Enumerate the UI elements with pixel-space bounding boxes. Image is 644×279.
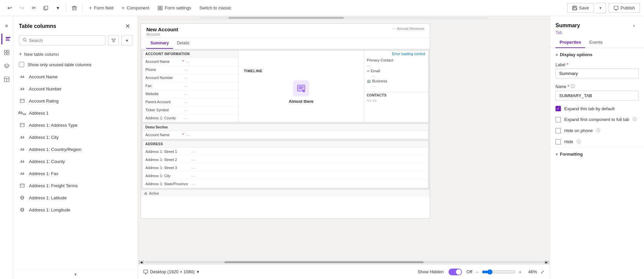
list-item[interactable]: Ab Address 1: Country/Region bbox=[15, 143, 136, 155]
nav-fields[interactable] bbox=[1, 34, 12, 44]
info-icon-2[interactable]: ⓘ bbox=[633, 117, 637, 122]
left-panel-close-button[interactable]: ✕ bbox=[123, 22, 132, 31]
hide-phone-checkbox[interactable] bbox=[556, 128, 561, 133]
filter-button[interactable] bbox=[108, 35, 119, 46]
list-item[interactable]: Ab Account Name bbox=[15, 71, 136, 83]
email-row: ✉ Email bbox=[367, 69, 425, 73]
right-panel-expand-button[interactable]: › bbox=[629, 21, 639, 30]
scroll-left-button[interactable]: ◀ bbox=[139, 261, 144, 264]
col-type-icon: Ab bbox=[19, 170, 26, 177]
nav-layers[interactable] bbox=[1, 61, 12, 71]
list-item[interactable]: Account Rating bbox=[15, 95, 136, 107]
label-input[interactable] bbox=[556, 69, 639, 78]
name-input[interactable] bbox=[556, 91, 639, 101]
delete-button[interactable] bbox=[69, 3, 80, 13]
contacts-value: No da bbox=[367, 98, 425, 103]
field-value: --- bbox=[184, 100, 188, 104]
publish-button[interactable]: Publish bbox=[609, 3, 640, 13]
copy-button[interactable] bbox=[40, 3, 51, 13]
new-column-row[interactable]: + New table column bbox=[13, 48, 138, 60]
formatting-section-header[interactable]: ∨ Formatting bbox=[550, 147, 644, 159]
list-item[interactable]: Address 1: Freight Terms bbox=[15, 180, 136, 192]
left-panel-title: Table columns bbox=[19, 23, 56, 29]
list-item[interactable]: Address 1: Latitude bbox=[15, 192, 136, 204]
display-options-section-header[interactable]: ∧ Display options bbox=[550, 48, 644, 60]
h-scrollbar[interactable]: ◀ ▶ bbox=[138, 260, 550, 264]
form-field-row: Account Number --- bbox=[143, 74, 238, 82]
desktop-selector[interactable]: Desktop (1920 × 1080) ▾ bbox=[143, 269, 199, 274]
field-value: --- bbox=[184, 76, 188, 80]
list-item[interactable]: Ab Address 1: City bbox=[15, 131, 136, 143]
svg-rect-9 bbox=[158, 8, 160, 10]
nav-menu[interactable]: ≡ bbox=[1, 20, 12, 31]
info-icon-4[interactable]: ⓘ bbox=[577, 139, 581, 145]
list-item[interactable]: Address 1: Address Type bbox=[15, 119, 136, 131]
info-icon-3[interactable]: ⓘ bbox=[596, 128, 600, 133]
scroll-right-button[interactable]: ▶ bbox=[544, 261, 549, 264]
right-panel-body: ∧ Display options Label * Name * ⓘ bbox=[550, 48, 644, 279]
zoom-plus-icon[interactable]: + bbox=[519, 269, 522, 275]
expand-component-checkbox[interactable] bbox=[556, 117, 561, 122]
show-unused-checkbox[interactable] bbox=[19, 62, 24, 67]
svg-rect-42 bbox=[299, 87, 303, 87]
tab-properties[interactable]: Properties bbox=[556, 37, 585, 48]
list-item[interactable]: Ab Account Number bbox=[15, 83, 136, 95]
form-subtitle: Account bbox=[146, 32, 178, 36]
scroll-down-button[interactable]: ▾ bbox=[74, 272, 77, 277]
save-button[interactable]: Save bbox=[567, 3, 594, 13]
publish-icon bbox=[614, 6, 618, 10]
error-link[interactable]: Error loading control bbox=[392, 52, 425, 56]
show-unused-label[interactable]: Show only unused table columns bbox=[28, 62, 92, 67]
svg-rect-12 bbox=[573, 6, 575, 7]
show-hidden-toggle[interactable] bbox=[449, 269, 462, 275]
form-tab-summary[interactable]: Summary bbox=[146, 38, 173, 49]
list-item[interactable]: Ab Address 1: County bbox=[15, 155, 136, 167]
expand-tab-checkbox[interactable]: ✓ bbox=[556, 106, 561, 111]
expand-button[interactable]: ⤢ bbox=[540, 269, 544, 275]
save-dropdown-button[interactable]: ▾ bbox=[595, 3, 606, 13]
zoom-minus-icon[interactable]: − bbox=[476, 269, 478, 275]
canvas-scroll-area[interactable]: New Account Account ··· Annual Revenue S… bbox=[138, 19, 550, 279]
account-info-column: ACCOUNT INFORMATION Account Name * --- P… bbox=[143, 51, 239, 122]
svg-rect-19 bbox=[6, 40, 10, 41]
switch-classic-button[interactable]: Switch to classic bbox=[196, 4, 235, 12]
almost-there-text: Almost there bbox=[289, 99, 313, 104]
form-field-row: Address 1: City --- bbox=[143, 172, 428, 180]
svg-rect-2 bbox=[73, 7, 76, 10]
component-button[interactable]: + Component bbox=[118, 4, 153, 12]
list-item[interactable]: Address 1: Longitude bbox=[15, 204, 136, 216]
list-item[interactable]: Abdef Address 1 bbox=[15, 107, 136, 119]
col-type-icon: Ab bbox=[19, 158, 26, 165]
email-label: Email bbox=[371, 69, 380, 73]
bottom-bar: Desktop (1920 × 1080) ▾ Show Hidden Off … bbox=[138, 264, 550, 279]
form-settings-button[interactable]: Form settings bbox=[154, 4, 195, 12]
left-panel-header: Table columns ✕ bbox=[13, 16, 138, 34]
name-prop-row: Name * ⓘ bbox=[550, 81, 644, 103]
nav-table[interactable] bbox=[1, 74, 12, 85]
canvas-area: New Account Account ··· Annual Revenue S… bbox=[138, 16, 550, 279]
list-item[interactable]: Ab Address 1: Fax bbox=[15, 167, 136, 180]
show-unused-row: Show only unused table columns bbox=[13, 60, 138, 71]
sort-button[interactable]: ▾ bbox=[121, 35, 132, 46]
form-field-button[interactable]: + Form field bbox=[85, 4, 117, 12]
field-label: Fax bbox=[145, 84, 182, 88]
tab-events[interactable]: Events bbox=[585, 37, 607, 48]
info-icon[interactable]: ⓘ bbox=[571, 84, 575, 89]
cut-button[interactable]: ✂ bbox=[28, 3, 39, 13]
dropdown-button[interactable]: ▾ bbox=[52, 3, 63, 13]
expand-component-label: Expand first component to full tab bbox=[564, 117, 629, 122]
redo-button[interactable]: ↪ bbox=[16, 3, 27, 13]
nav-grid[interactable] bbox=[1, 47, 12, 58]
field-label: Ticker Symbol bbox=[145, 108, 182, 112]
left-panel: Table columns ✕ ▾ + New bbox=[13, 16, 138, 279]
undo-button[interactable]: ↩ bbox=[4, 3, 15, 13]
demo-section: Demo Section Account Name * --- bbox=[142, 124, 428, 139]
form-body: ACCOUNT INFORMATION Account Name * --- P… bbox=[141, 49, 430, 190]
form-field-row: Address 1: County --- bbox=[143, 114, 238, 122]
active-bar: ⊙ Active bbox=[141, 190, 430, 197]
hide-checkbox[interactable] bbox=[556, 139, 561, 145]
search-input[interactable] bbox=[29, 38, 102, 43]
zoom-slider[interactable] bbox=[482, 269, 515, 275]
svg-rect-21 bbox=[7, 50, 9, 52]
form-tab-details[interactable]: Details bbox=[173, 38, 193, 49]
